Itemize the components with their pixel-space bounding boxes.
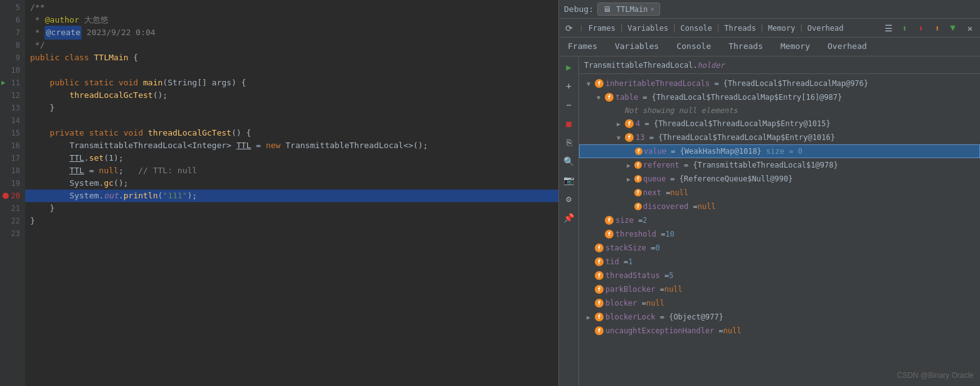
step-into-icon[interactable]: ⬇	[913, 21, 929, 36]
code-line-21: }	[25, 202, 558, 215]
tab-memory[interactable]: Memory	[772, 38, 819, 56]
badge-discovered: f	[634, 203, 642, 210]
line-num-20: 20	[0, 190, 25, 202]
tree-item-13[interactable]: ▼ f 13 = {ThreadLocal$ThreadLocalMap$Ent…	[579, 131, 980, 144]
badge-threshold: f	[605, 230, 614, 239]
line-num-16: 16	[0, 139, 25, 152]
debug-panel-wrapper: Debug: 🖥 TTLMain ✕ ⟳ | Frames | Variable…	[558, 0, 980, 386]
toolbar-tab-variables[interactable]: Variables	[625, 24, 671, 33]
toolbar-tab-console[interactable]: Console	[678, 24, 715, 33]
line-numbers: 5 6 7 8 9 10 ▶ 11 12 13 14 15 16 17 18 1…	[0, 0, 25, 386]
badge-blockerLock: f	[595, 313, 604, 321]
debug-title: Debug:	[564, 4, 594, 14]
badge-4: f	[625, 119, 634, 128]
tree-item-tid[interactable]: f tid = 1	[579, 255, 980, 269]
tree-item-stackSize[interactable]: f stackSize = 0	[579, 241, 980, 255]
toggle-tid	[584, 257, 593, 266]
badge-inheritableThreadLocals: f	[595, 79, 604, 88]
line-num-21: 21	[0, 202, 25, 215]
line-num-12: 12	[0, 89, 25, 102]
line-num-10: 10	[0, 64, 25, 77]
toggle-size	[594, 216, 603, 225]
toolbar-tab-frames[interactable]: Frames	[586, 24, 618, 33]
add-watch-icon[interactable]: +	[561, 78, 577, 94]
toggle-referent: ▶	[624, 161, 633, 169]
badge-size: f	[605, 216, 614, 225]
tree-item-blockerLock[interactable]: ▶ f blockerLock = {Object@977}	[579, 310, 980, 324]
refresh-icon[interactable]: ⟳	[562, 21, 577, 36]
badge-uncaughtExceptionHandler: f	[595, 326, 604, 335]
tab-overhead[interactable]: Overhead	[819, 38, 876, 56]
toggle-value	[625, 147, 634, 156]
gear-icon[interactable]: ⚙	[561, 191, 577, 207]
tree-item-4[interactable]: ▶ f 4 = {ThreadLocal$ThreadLocalMap$Entr…	[579, 117, 980, 131]
badge-tid: f	[595, 257, 604, 266]
badge-blocker: f	[595, 299, 604, 308]
toggle-blocker	[584, 299, 593, 308]
step-out-icon[interactable]: ⬆	[930, 21, 945, 36]
line-num-15: 15	[0, 127, 25, 139]
search-icon[interactable]: 🔍	[561, 153, 577, 169]
line-num-22: 22	[0, 215, 25, 227]
code-line-15: private static void threadLocalGcTest() …	[25, 127, 558, 139]
tree-item-size[interactable]: f size = 2	[579, 213, 980, 227]
toggle-table: ▼	[594, 93, 603, 102]
code-line-14	[25, 114, 558, 127]
camera-icon[interactable]: 📷	[561, 172, 577, 188]
stop-icon[interactable]: ■	[561, 115, 577, 132]
toolbar-tab-threads[interactable]: Threads	[722, 24, 759, 33]
toggle-discovered	[624, 202, 633, 211]
badge-value: f	[635, 147, 642, 155]
code-line-7: * @create 2023/9/22 0:04	[25, 26, 558, 39]
debug-session-tab[interactable]: 🖥 TTLMain ✕	[597, 3, 660, 16]
tree-item-inheritableThreadLocals[interactable]: ▼ f inheritableThreadLocals = {ThreadLoc…	[579, 77, 980, 90]
code-line-20: System.out.println("111");	[25, 190, 558, 202]
watermark: CSDN @Binary Oracle	[897, 371, 974, 380]
resume-debug-icon[interactable]: ▶	[561, 59, 577, 75]
toolbar-tab-overhead[interactable]: Overhead	[805, 24, 846, 33]
tree-item-referent[interactable]: ▶ f referent = {TransmittableThreadLocal…	[579, 158, 980, 172]
code-line-18: TTL = null; // TTL: null	[25, 164, 558, 177]
toolbar-row: ⟳ | Frames | Variables | Console | Threa…	[559, 19, 980, 38]
tree-item-uncaughtExceptionHandler[interactable]: f uncaughtExceptionHandler = null	[579, 324, 980, 338]
left-toolbar-col: ▶ + − ■ ⎘ 🔍 📷 ⚙ 📌	[559, 56, 579, 386]
code-line-23	[25, 227, 558, 240]
tree-item-next[interactable]: f next = null	[579, 186, 980, 200]
line-num-23: 23	[0, 227, 25, 240]
line-num-17: 17	[0, 152, 25, 164]
copy-icon[interactable]: ⎘	[561, 134, 577, 151]
code-line-11: public static void main(String[] args) {	[25, 77, 558, 89]
more-icon[interactable]: ✕	[962, 21, 977, 36]
tab-frames[interactable]: Frames	[559, 38, 606, 56]
badge-stackSize: f	[595, 244, 604, 252]
resume-icon[interactable]: ▶	[946, 21, 961, 36]
tree-item-threadStatus[interactable]: f threadStatus = 5	[579, 269, 980, 282]
tab-variables[interactable]: Variables	[606, 38, 668, 56]
code-content: /** * @author 大忽悠 * @create 2023/9/22 0:…	[25, 0, 558, 386]
step-over-icon[interactable]: ⬆	[897, 21, 912, 36]
tree-item-threshold[interactable]: f threshold = 10	[579, 227, 980, 241]
pin-icon[interactable]: 📌	[561, 210, 577, 226]
settings-icon[interactable]: ☰	[881, 21, 896, 36]
tree-item-blocker[interactable]: f blocker = null	[579, 296, 980, 310]
minus-icon[interactable]: −	[561, 97, 577, 113]
debug-panel: Debug: 🖥 TTLMain ✕ ⟳ | Frames | Variable…	[558, 0, 980, 386]
tree-item-queue[interactable]: ▶ f queue = {ReferenceQueue$Null@990}	[579, 172, 980, 186]
toggle-13: ▼	[614, 133, 623, 142]
toolbar-tab-memory[interactable]: Memory	[765, 24, 797, 33]
tree-item-value[interactable]: f value = {WeakHashMap@1018} size = 0	[579, 144, 980, 158]
tree-item-table[interactable]: ▼ f table = {ThreadLocal$ThreadLocalMap$…	[579, 90, 980, 104]
line-num-6: 6	[0, 14, 25, 26]
badge-threadStatus: f	[595, 271, 604, 280]
tab-threads[interactable]: Threads	[720, 38, 772, 56]
close-session-icon[interactable]: ✕	[651, 5, 655, 13]
tree-item-parkBlocker[interactable]: f parkBlocker = null	[579, 282, 980, 296]
variables-panel: TransmittableThreadLocal.holder ▼ f inhe…	[579, 56, 980, 386]
code-line-19: System.gc();	[25, 177, 558, 190]
line-num-5: 5	[0, 1, 25, 14]
toggle-blockerLock: ▶	[584, 313, 593, 321]
code-area: 5 6 7 8 9 10 ▶ 11 12 13 14 15 16 17 18 1…	[0, 0, 558, 386]
tab-console[interactable]: Console	[668, 38, 720, 56]
badge-next: f	[634, 189, 642, 196]
tree-item-discovered[interactable]: f discovered = null	[579, 200, 980, 213]
